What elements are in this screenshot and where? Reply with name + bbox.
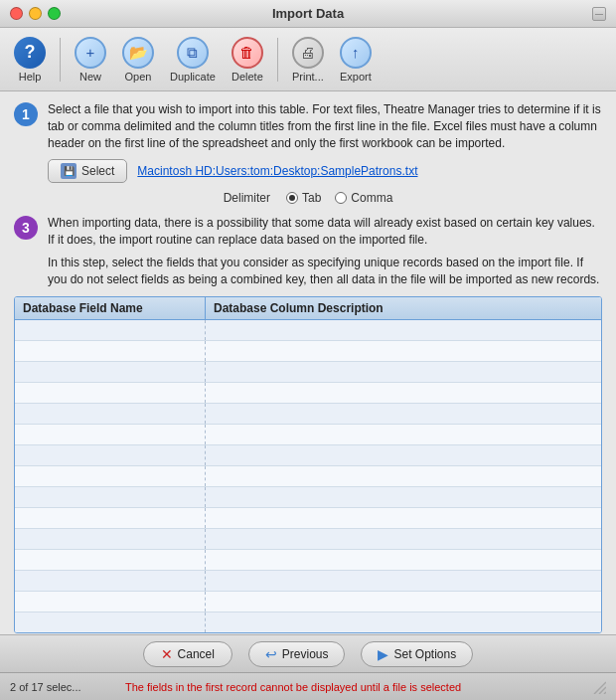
table-row[interactable] (15, 487, 601, 508)
tab-option[interactable]: Tab (286, 191, 321, 205)
open-icon: 📂 (122, 37, 154, 69)
toolbar-separator-1 (60, 38, 61, 82)
cancel-button[interactable]: ✕ Cancel (143, 641, 232, 667)
maximize-button[interactable] (48, 7, 61, 20)
previous-button[interactable]: ↩ Previous (248, 641, 346, 667)
step3-text1: When importing data, there is a possibil… (48, 215, 602, 249)
comma-option[interactable]: Comma (335, 191, 392, 205)
minimize-button[interactable] (29, 7, 42, 20)
export-icon: ↑ (340, 37, 372, 69)
cell-desc (206, 487, 601, 507)
toolbar: ? Help + New 📂 Open ⧉ Duplicate 🗑 Delete… (0, 28, 616, 91)
table-row[interactable] (15, 425, 601, 445)
svg-line-2 (604, 692, 606, 694)
floppy-icon: 💾 (61, 163, 77, 179)
cell-field (15, 320, 206, 340)
cell-field (15, 592, 206, 612)
step3-badge: 3 (14, 216, 38, 240)
cell-desc (206, 362, 601, 382)
duplicate-label: Duplicate (170, 71, 216, 83)
close-button[interactable] (10, 7, 23, 20)
export-label: Export (340, 71, 372, 83)
previous-label: Previous (282, 647, 329, 661)
set-options-button[interactable]: ▶ Set Options (361, 641, 473, 667)
table-row[interactable] (15, 445, 601, 466)
status-count: 2 of 17 selec... (10, 681, 109, 693)
table-row[interactable] (15, 404, 601, 425)
cell-field (15, 362, 206, 382)
new-icon: + (75, 37, 106, 69)
set-options-label: Set Options (393, 647, 456, 661)
delete-icon: 🗑 (231, 37, 263, 69)
radio-group: Tab Comma (286, 191, 392, 205)
tab-radio[interactable] (286, 192, 298, 204)
file-path[interactable]: Macintosh HD:Users:tom:Desktop:SamplePat… (137, 164, 417, 178)
step3-row: 3 When importing data, there is a possib… (14, 215, 602, 287)
delete-label: Delete (231, 71, 263, 83)
step3-text2: In this step, select the fields that you… (48, 255, 602, 288)
table-row[interactable] (15, 612, 601, 632)
window-controls[interactable] (10, 7, 61, 20)
cell-field (15, 487, 206, 507)
previous-icon: ↩ (265, 646, 277, 662)
duplicate-icon: ⧉ (177, 37, 209, 69)
cell-field (15, 466, 206, 486)
print-label: Print... (292, 71, 324, 83)
cell-desc (206, 383, 601, 403)
new-label: New (79, 71, 101, 83)
table-row[interactable] (15, 571, 601, 592)
table-row[interactable] (15, 383, 601, 404)
bottom-bar: ✕ Cancel ↩ Previous ▶ Set Options (0, 634, 616, 672)
resize-handle[interactable] (592, 680, 606, 694)
new-tool[interactable]: + New (69, 33, 112, 87)
cell-field (15, 508, 206, 528)
cell-desc (206, 320, 601, 340)
col-desc-header: Database Column Description (206, 297, 601, 319)
help-tool[interactable]: ? Help (8, 33, 52, 87)
window-title: Import Data (272, 6, 344, 21)
cell-field (15, 445, 206, 465)
open-tool[interactable]: 📂 Open (116, 33, 160, 87)
cell-desc (206, 341, 601, 361)
cell-desc (206, 612, 601, 632)
print-tool[interactable]: 🖨 Print... (286, 33, 330, 87)
cell-desc (206, 571, 601, 591)
cell-field (15, 404, 206, 424)
cell-desc (206, 592, 601, 612)
help-label: Help (19, 71, 42, 83)
table-row[interactable] (15, 362, 601, 383)
col-field-header: Database Field Name (15, 297, 206, 319)
table-row[interactable] (15, 550, 601, 571)
step1-text: Select a file that you wish to import in… (48, 101, 602, 151)
cell-field (15, 612, 206, 632)
cell-desc (206, 425, 601, 444)
table-row[interactable] (15, 341, 601, 362)
select-row: 💾 Select Macintosh HD:Users:tom:Desktop:… (48, 159, 602, 183)
comma-radio[interactable] (335, 192, 347, 204)
table-row[interactable] (15, 466, 601, 487)
comma-label: Comma (351, 191, 392, 205)
cell-desc (206, 529, 601, 549)
export-tool[interactable]: ↑ Export (334, 33, 378, 87)
table-header: Database Field Name Database Column Desc… (15, 297, 601, 320)
cell-desc (206, 445, 601, 465)
table-row[interactable] (15, 529, 601, 550)
tab-label: Tab (302, 191, 321, 205)
step1-row: 1 Select a file that you wish to import … (14, 101, 602, 151)
open-label: Open (125, 71, 152, 83)
data-table: Database Field Name Database Column Desc… (14, 296, 602, 633)
table-row[interactable] (15, 320, 601, 341)
help-icon: ? (14, 37, 46, 69)
select-button[interactable]: 💾 Select (48, 159, 127, 183)
main-content: 1 Select a file that you wish to import … (0, 91, 616, 634)
table-body (15, 320, 601, 632)
cell-field (15, 571, 206, 591)
collapse-button[interactable]: — (592, 7, 606, 21)
delete-tool[interactable]: 🗑 Delete (226, 33, 269, 87)
print-icon: 🖨 (292, 37, 324, 69)
duplicate-tool[interactable]: ⧉ Duplicate (164, 33, 222, 87)
table-row[interactable] (15, 508, 601, 529)
table-row[interactable] (15, 592, 601, 612)
cell-field (15, 529, 206, 549)
cell-desc (206, 550, 601, 570)
